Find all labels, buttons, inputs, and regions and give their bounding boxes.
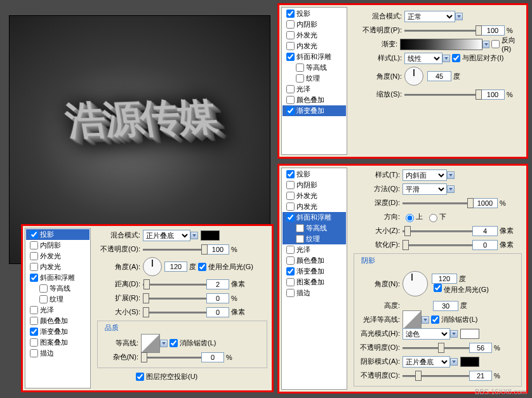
grad-style[interactable]: 线性 [404,53,442,64]
noise-slider[interactable] [141,352,201,362]
angle-input[interactable] [427,71,451,81]
style-list-3[interactable]: 投影 内阴影 外发光 内发光 斜面和浮雕 等高线 纹理 光泽 颜色叠加 渐变叠加… [281,168,347,390]
chk2-sat[interactable] [30,306,38,314]
contour-picker[interactable] [141,334,160,353]
dropdown-icon[interactable] [160,340,168,347]
reverse-chk[interactable] [491,40,500,48]
knockout-chk[interactable] [136,373,144,381]
chk-tex[interactable] [296,74,304,83]
bevel-gl[interactable] [434,284,442,292]
chk2-go[interactable] [30,328,38,336]
chk2-con[interactable] [39,284,48,293]
chk2-is[interactable] [30,241,38,249]
scale-input[interactable] [481,90,505,100]
chk3-st[interactable] [286,289,295,297]
so-input[interactable] [469,371,492,381]
bangle-input[interactable] [432,274,457,284]
ds-dist-slider[interactable] [143,279,206,289]
bsize-slider[interactable] [402,226,472,236]
chk3-co[interactable] [286,256,295,265]
chk3-ig[interactable] [286,202,295,211]
ds-spr[interactable] [206,293,229,303]
highlight-mode[interactable]: 滤色 [402,328,450,340]
shadow-color2[interactable] [460,357,479,367]
ds-aa[interactable] [170,339,178,347]
chk-ds[interactable] [286,10,295,18]
noise-input[interactable] [201,352,224,362]
dropdown-icon[interactable] [190,232,198,239]
chk2-be[interactable] [30,274,38,282]
shadow-mode[interactable]: 正片叠底 [402,356,450,368]
chk-co[interactable] [286,96,295,104]
chk3-ds[interactable] [286,170,295,178]
dropdown-icon[interactable] [442,55,450,62]
chk3-con[interactable] [296,224,304,232]
ds-angle[interactable] [164,262,187,272]
chk3-og[interactable] [286,192,295,200]
bevel-style[interactable]: 内斜面 [402,169,447,181]
depth-slider[interactable] [402,198,472,208]
chk-og[interactable] [286,31,295,39]
dropdown-icon[interactable] [450,358,458,366]
bevel-angle-dial[interactable] [402,271,428,296]
scale-slider[interactable] [404,90,481,100]
ds-size[interactable] [206,307,229,317]
chk2-ig[interactable] [30,263,38,271]
chk3-go[interactable] [286,267,295,275]
chk2-og[interactable] [30,252,38,260]
chk3-be[interactable] [286,213,295,222]
blend-mode[interactable]: 正常 [404,11,455,22]
chk2-tex[interactable] [39,295,48,303]
gradient-picker-icon[interactable] [482,41,489,48]
ds-size-slider[interactable] [143,307,206,317]
gradient-preview[interactable] [400,39,482,50]
ds-blend[interactable]: 正片叠底 [143,230,190,241]
gloss-contour[interactable] [402,310,422,329]
chk2-ds[interactable] [30,230,38,239]
chk-sat[interactable] [286,85,295,93]
opacity-input[interactable] [481,25,505,36]
chk2-st[interactable] [30,349,38,357]
align-chk[interactable] [452,54,460,62]
soft-input[interactable] [472,240,498,250]
dropdown-icon[interactable] [455,13,463,20]
gloss-aa[interactable] [431,315,439,324]
chk-is[interactable] [286,20,295,29]
chk-ig[interactable] [286,42,295,50]
bevel-tech[interactable]: 平滑 [402,183,447,195]
ds-spr-slider[interactable] [143,293,206,303]
highlight-color[interactable] [460,329,479,339]
opacity-slider[interactable] [404,25,481,36]
angle-dial[interactable] [404,67,423,86]
chk-go[interactable] [286,107,295,115]
bsize-input[interactable] [472,226,498,236]
chk2-co[interactable] [30,317,38,325]
dir-up[interactable] [406,214,414,222]
style-list-1[interactable]: 投影 内阴影 外发光 内发光 斜面和浮雕 等高线 纹理 光泽 颜色叠加 渐变叠加 [281,7,347,155]
chk3-po[interactable] [286,278,295,286]
chk-be[interactable] [286,53,295,61]
chk3-sat[interactable] [286,246,295,254]
depth-input[interactable] [472,198,498,208]
ds-angle-dial[interactable] [143,257,162,276]
style-list-2[interactable]: 投影 内阴影 外发光 内发光 斜面和浮雕 等高线 纹理 光泽 颜色叠加 渐变叠加… [25,228,91,388]
dropdown-icon[interactable] [447,185,455,193]
dir-down[interactable] [429,214,437,222]
dropdown-icon[interactable] [422,316,429,324]
chk-con[interactable] [296,63,304,72]
soft-slider[interactable] [402,240,472,250]
chk3-tex[interactable] [296,235,304,243]
ds-gl[interactable] [198,263,206,271]
shadow-color[interactable] [201,230,220,241]
ho-input[interactable] [469,343,492,353]
dropdown-icon[interactable] [447,171,455,179]
chk2-po[interactable] [30,338,38,347]
ds-dist[interactable] [206,279,229,289]
ds-opac[interactable] [206,244,229,255]
dropdown-icon[interactable] [450,330,458,338]
alt-input[interactable] [433,301,458,311]
ho-slider[interactable] [402,343,469,353]
ds-opac-slider[interactable] [143,244,206,255]
so-slider[interactable] [402,371,469,381]
chk3-is[interactable] [286,181,295,189]
